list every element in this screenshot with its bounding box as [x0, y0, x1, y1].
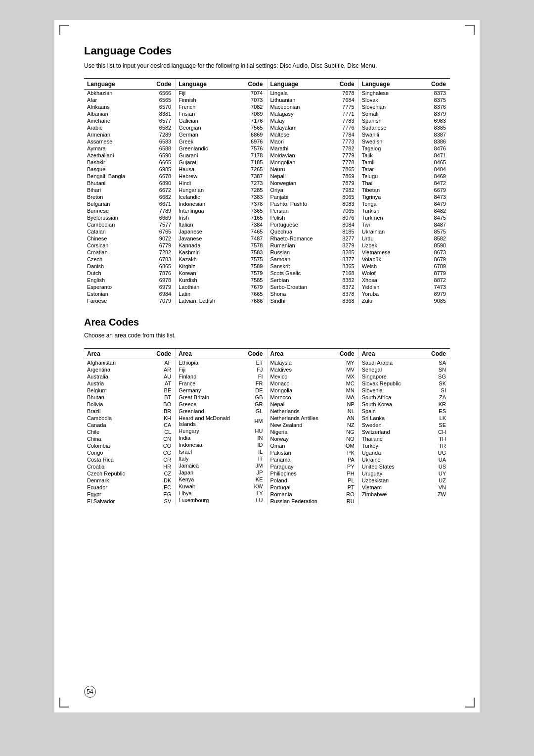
table-row: ArgentinaAR [84, 366, 175, 373]
table-row: Tigrinya8473 [359, 193, 450, 200]
table-row: Azerbaijani6590 [84, 152, 175, 159]
table-row: South AfricaZA [359, 394, 450, 401]
table-row: KuwaitKW [176, 483, 267, 490]
page-description: Use this list to input your desired lang… [84, 61, 450, 70]
table-row: Slovak RepublicSK [359, 380, 450, 387]
col-header-code: Code [145, 79, 175, 90]
table-row: Maltese7784 [267, 131, 358, 138]
table-row: IndiaIN [176, 434, 267, 441]
table-row: ZimbabweZW [359, 491, 450, 498]
table-row: German6869 [176, 131, 267, 138]
table-row: BoliviaBO [84, 401, 175, 408]
col-header-code: Code [245, 349, 267, 359]
table-row: Interlingua7365 [176, 207, 267, 214]
table-row: Pashto, Pushto8083 [267, 200, 358, 207]
table-row: Italian7384 [176, 221, 267, 228]
table-row: BelgiumBE [84, 387, 175, 394]
table-row: Turkmen8475 [359, 214, 450, 221]
table-row: Hebrew7387 [176, 173, 267, 180]
table-row: Dutch7876 [84, 270, 175, 277]
table-row: ChileCL [84, 428, 175, 435]
table-row: Abkhazian6566 [84, 90, 175, 97]
table-row: El SalvadorSV [84, 498, 175, 505]
table-row: New ZealandNZ [267, 422, 358, 428]
table-row: Latin7665 [176, 290, 267, 297]
table-row: SwitzerlandCH [359, 428, 450, 435]
table-row: ColombiaCO [84, 442, 175, 449]
table-row: Greek6976 [176, 138, 267, 145]
table-row: Mongolian7778 [267, 159, 358, 166]
table-row: Heard and McDonald IslandsHM [176, 415, 267, 427]
table-row: Saudi ArabiaSA [359, 359, 450, 367]
table-row: Russian8285 [267, 249, 358, 256]
area-col-0: AreaCodeAfghanistanAFArgentinaARAustrali… [84, 349, 175, 505]
table-row: Corsican6779 [84, 242, 175, 249]
col-header-language: Language [359, 79, 415, 90]
col-header-area: Area [176, 349, 245, 359]
table-row: Lingala7678 [267, 90, 358, 97]
table-row: NepalNP [267, 401, 358, 408]
corner-tl [59, 25, 69, 35]
table-row: Sindhi8368 [267, 297, 358, 304]
table-row: Twi8487 [359, 221, 450, 228]
table-row: GreeceGR [176, 401, 267, 408]
table-row: Rumanian8279 [267, 242, 358, 249]
table-row: Serbo-Croatian8372 [267, 284, 358, 290]
table-row: Kirghiz7589 [176, 263, 267, 270]
table-row: Czech RepublicCZ [84, 470, 175, 477]
table-row: EcuadorEC [84, 484, 175, 491]
table-row: ItalyIT [176, 455, 267, 462]
table-row: Japanese7465 [176, 228, 267, 235]
area-col-1: AreaCodeEthiopiaETFijiFJFinlandFIFranceF… [175, 349, 267, 505]
table-row: Georgian7565 [176, 124, 267, 131]
table-row: Burmese7789 [84, 207, 175, 214]
table-row: JamaicaJM [176, 462, 267, 469]
table-row: Sanskrit8365 [267, 263, 358, 270]
table-row: NorwayNO [267, 435, 358, 442]
table-row: Frisian7089 [176, 110, 267, 117]
table-row: Bihari6672 [84, 187, 175, 193]
table-row: Polish8076 [267, 214, 358, 221]
table-row: Urdu8582 [359, 235, 450, 242]
table-row: Spanish6983 [359, 117, 450, 124]
table-row: Persian7065 [267, 207, 358, 214]
table-row: English6978 [84, 277, 175, 284]
table-row: SenegalSN [359, 366, 450, 373]
col-header-code: Code [420, 349, 450, 359]
area-col-3: AreaCodeSaudi ArabiaSASenegalSNSingapore… [358, 349, 450, 505]
table-row: Irish7165 [176, 214, 267, 221]
table-row: South KoreaKR [359, 401, 450, 408]
table-row: GreenlandGL [176, 408, 267, 415]
table-row: Aymara6588 [84, 145, 175, 152]
table-row: Afar6565 [84, 96, 175, 103]
table-row: Javanese7487 [176, 235, 267, 242]
table-row: ParaguayPY [267, 463, 358, 470]
table-row: Welsh6789 [359, 263, 450, 270]
table-row: Kazakh7575 [176, 256, 267, 263]
table-row: EthiopiaET [176, 359, 267, 367]
table-row: Albanian8381 [84, 110, 175, 117]
table-row: MoroccoMA [267, 394, 358, 401]
table-row: Singhalese8373 [359, 90, 450, 97]
col-header-area: Area [267, 349, 332, 359]
col-header-code: Code [332, 349, 358, 359]
table-row: Chinese9072 [84, 235, 175, 242]
table-row: FijiFJ [176, 366, 267, 373]
table-row: Quechua8185 [267, 228, 358, 235]
table-row: Icelandic7383 [176, 193, 267, 200]
table-row: Gujarati7185 [176, 159, 267, 166]
table-row: AfghanistanAF [84, 359, 175, 367]
table-row: SloveniaSI [359, 387, 450, 394]
table-row: Bhutani6890 [84, 180, 175, 187]
table-row: Norwegian7879 [267, 180, 358, 187]
table-row: Vietnamese8673 [359, 249, 450, 256]
language-table: LanguageCodeAbkhazian6566Afar6565Afrikaa… [84, 78, 450, 304]
table-row: Samoan8377 [267, 256, 358, 263]
language-col-3: LanguageCodeSinghalese8373Slovak8375Slov… [358, 79, 450, 304]
table-row: United StatesUS [359, 463, 450, 470]
table-row: Scots Gaelic7168 [267, 270, 358, 277]
table-row: Shona8378 [267, 290, 358, 297]
table-row: Netherlands AntillesAN [267, 415, 358, 422]
table-row: TurkeyTR [359, 442, 450, 449]
table-row: SwedenSE [359, 422, 450, 428]
